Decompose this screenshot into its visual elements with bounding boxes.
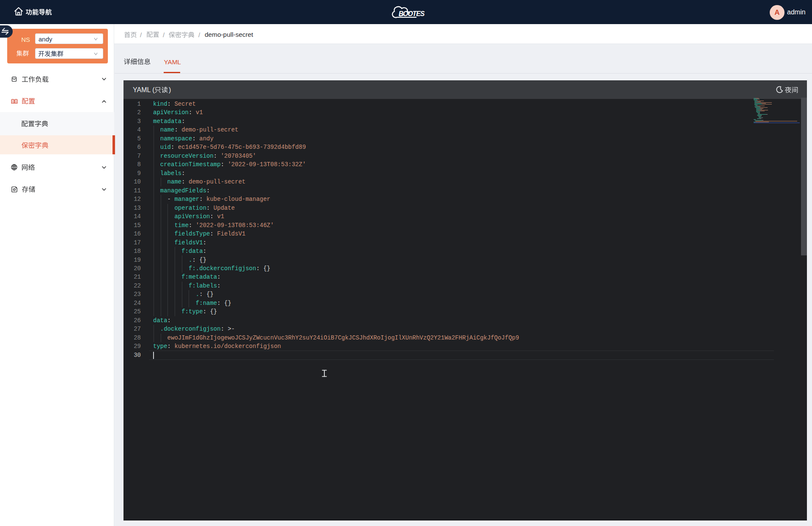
svg-text:BOOTES: BOOTES — [399, 10, 425, 17]
